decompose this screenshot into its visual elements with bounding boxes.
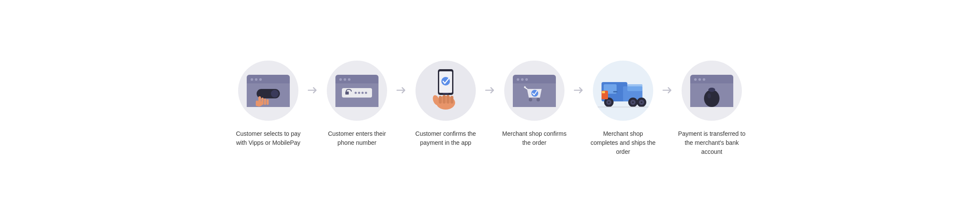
svg-rect-34: [450, 96, 453, 104]
svg-rect-12: [267, 99, 269, 105]
svg-point-54: [632, 101, 634, 103]
svg-rect-9: [258, 96, 261, 105]
arrow-1: [305, 61, 320, 96]
step-5-icon-circle: [593, 61, 653, 121]
svg-rect-59: [602, 91, 605, 93]
svg-point-16: [344, 78, 346, 81]
svg-point-15: [339, 78, 342, 81]
svg-point-3: [259, 78, 262, 81]
flow-step-5: Merchant shop completes and ships the or…: [586, 61, 660, 156]
svg-point-69: [707, 93, 711, 98]
step-4-svg: [511, 73, 558, 109]
svg-point-2: [255, 78, 257, 81]
flow-step-4: Merchant shop confirms the order: [498, 61, 571, 147]
svg-point-36: [517, 78, 519, 81]
svg-rect-31: [439, 96, 442, 104]
svg-point-22: [358, 92, 360, 94]
svg-point-23: [362, 92, 364, 94]
step-1-svg: [245, 73, 292, 109]
step-3-label: Customer confirms the payment in the app: [411, 129, 480, 147]
svg-rect-11: [264, 98, 266, 105]
step-2-icon-circle: [327, 61, 387, 121]
svg-point-57: [641, 101, 642, 103]
step-3-icon-circle: [416, 61, 476, 121]
svg-point-37: [521, 78, 524, 81]
svg-point-62: [694, 78, 697, 81]
flow-step-2: Customer enters their phone number: [320, 61, 394, 147]
svg-point-63: [698, 78, 701, 81]
svg-point-51: [608, 101, 610, 103]
svg-rect-13: [256, 101, 258, 106]
svg-rect-10: [261, 98, 264, 105]
step-4-icon-circle: [504, 61, 564, 121]
step-6-label: Payment is transferred to the merchant's…: [677, 129, 746, 156]
svg-point-17: [348, 78, 350, 81]
flow-step-3: Customer confirms the payment in the app: [409, 61, 482, 147]
svg-point-21: [355, 92, 357, 94]
step-6-svg: [688, 73, 735, 109]
svg-rect-47: [627, 84, 642, 91]
svg-point-42: [537, 98, 540, 101]
step-3-svg: [428, 65, 463, 116]
step-1-label: Customer selects to pay with Vipps or Mo…: [234, 129, 303, 147]
step-2-label: Customer enters their phone number: [323, 129, 391, 147]
step-1-icon-circle: [238, 61, 298, 121]
flow-step-6: Payment is transferred to the merchant's…: [675, 61, 748, 156]
svg-rect-20: [345, 92, 349, 95]
svg-point-1: [251, 78, 253, 81]
step-5-label: Merchant shop completes and ships the or…: [589, 129, 657, 156]
svg-point-64: [703, 78, 705, 81]
flow-container: Customer selects to pay with Vipps or Mo…: [232, 61, 748, 156]
svg-point-68: [708, 88, 715, 92]
flow-step-1: Customer selects to pay with Vipps or Mo…: [232, 61, 305, 147]
svg-rect-33: [447, 95, 450, 104]
svg-rect-28: [443, 93, 449, 94]
step-5-svg: [595, 71, 651, 110]
svg-point-41: [529, 98, 532, 101]
svg-point-7: [271, 90, 279, 98]
step-2-svg: [333, 73, 381, 109]
step-4-label: Merchant shop confirms the order: [500, 129, 569, 147]
svg-rect-32: [443, 95, 446, 104]
svg-rect-48: [613, 91, 617, 92]
arrow-2: [394, 61, 409, 96]
arrow-4: [571, 61, 586, 96]
svg-point-38: [525, 78, 528, 81]
arrow-5: [660, 61, 675, 96]
svg-point-24: [365, 92, 367, 94]
arrow-3: [482, 61, 498, 96]
step-6-icon-circle: [682, 61, 742, 121]
